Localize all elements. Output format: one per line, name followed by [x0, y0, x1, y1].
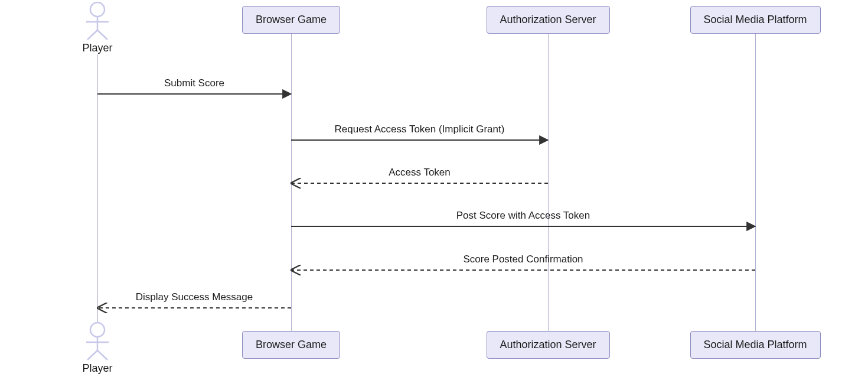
message-label-4: Score Posted Confirmation [291, 254, 755, 265]
sequence-diagram: PlayerBrowser GameAuthorization ServerSo… [0, 0, 868, 380]
participant-box-social: Social Media Platform [690, 6, 821, 34]
participant-box-browser: Browser Game [242, 331, 340, 359]
message-label-1: Request Access Token (Implicit Grant) [291, 124, 548, 135]
actor-label: Player [74, 362, 121, 375]
person-icon [83, 2, 112, 41]
svg-point-5 [90, 323, 105, 337]
svg-line-3 [87, 30, 97, 40]
message-label-0: Submit Score [97, 77, 291, 89]
actor-player-bottom: Player [74, 322, 121, 375]
message-label-2: Access Token [291, 167, 548, 178]
participant-box-auth: Authorization Server [487, 331, 610, 359]
message-label-5: Display Success Message [97, 291, 291, 303]
lifeline-social [755, 33, 756, 331]
arrows-layer [0, 0, 868, 380]
actor-label: Player [74, 42, 121, 54]
participant-box-browser: Browser Game [242, 6, 340, 34]
svg-line-4 [97, 30, 107, 40]
svg-line-9 [97, 350, 107, 360]
lifeline-browser [291, 33, 292, 331]
lifeline-auth [548, 33, 549, 331]
message-label-3: Post Score with Access Token [291, 210, 755, 222]
participant-box-auth: Authorization Server [487, 6, 610, 34]
participant-box-social: Social Media Platform [690, 331, 821, 359]
person-icon [83, 322, 112, 361]
svg-line-8 [87, 350, 97, 360]
lifeline-player [97, 54, 98, 322]
svg-point-0 [90, 2, 105, 17]
actor-player-top: Player [74, 2, 121, 54]
